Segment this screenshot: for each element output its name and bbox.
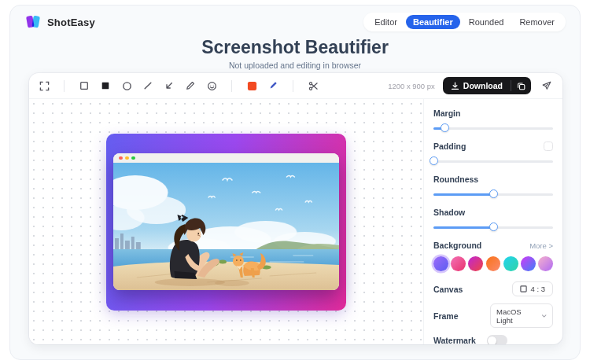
margin-slider[interactable] [433,123,553,133]
window-titlebar [113,153,339,163]
watermark-toggle-knob [488,336,496,345]
bg-swatch-violet-indigo[interactable] [433,256,448,271]
shadow-slider-handle[interactable] [489,222,498,231]
editor-panel: 1200 x 900 px Download [29,73,562,344]
page-subtitle: Not uploaded and editing in browser [10,61,580,70]
bg-swatch-pink-rose[interactable] [451,256,466,271]
toolbar-divider [231,80,232,92]
chevron-down-icon [541,313,547,319]
brand[interactable]: ShotEasy [24,14,95,30]
bg-swatch-cyan-teal[interactable] [503,256,518,271]
share-button[interactable] [539,78,555,94]
frame-label: Frame [433,311,459,321]
nav-item-remover[interactable]: Remover [512,15,562,29]
canvas-size-label: 1200 x 900 px [388,82,435,90]
margin-slider-handle[interactable] [441,123,449,132]
canvas-area[interactable] [29,99,423,344]
shadow-slider[interactable] [433,222,553,232]
bg-swatch-fuchsia-blue[interactable] [521,256,536,271]
background-more-link[interactable]: More > [529,241,553,250]
background-gradient-card[interactable] [106,134,346,311]
hero: Screenshot Beautifier Not uploaded and e… [10,37,580,70]
margin-label: Margin [433,108,553,118]
canvas-ratio-value: 4 : 3 [531,285,546,293]
shadow-label: Shadow [433,208,553,217]
crop-scissors-icon[interactable] [306,79,320,93]
padding-slider[interactable] [433,156,553,166]
watermark-toggle[interactable] [487,335,507,344]
rectangle-tool-icon[interactable] [77,79,91,93]
download-label: Download [463,81,503,90]
canvas-ratio-button[interactable]: 4 : 3 [512,281,554,296]
copy-button[interactable] [511,77,531,94]
canvas-label: Canvas [433,285,463,294]
send-icon [541,80,552,91]
app-container: ShotEasy Editor Beautifier Rounded Remov… [9,5,581,360]
nav-item-beautifier[interactable]: Beautifier [406,15,460,29]
bg-swatch-pastel-pink-purple[interactable] [538,256,553,271]
toolbar-right: 1200 x 900 px Download [388,77,555,94]
copy-icon [517,82,525,90]
brush-icon[interactable] [266,79,280,93]
workarea: Margin Padding Roundness Shadow [29,99,562,344]
line-tool-icon[interactable] [141,79,155,93]
minimize-traffic-light [125,156,129,160]
background-label: Background [433,241,481,250]
padding-slider-handle[interactable] [430,156,438,165]
pen-tool-icon[interactable] [183,79,197,93]
arrow-tool-icon[interactable] [162,79,176,93]
download-button[interactable]: Download [443,77,511,94]
roundness-slider[interactable] [433,189,553,199]
roundness-slider-handle[interactable] [489,189,498,198]
ratio-square-icon [520,285,527,292]
bg-swatch-magenta-red[interactable] [468,256,483,271]
nav-item-rounded[interactable]: Rounded [462,15,511,29]
annotation-color-swatch[interactable] [245,79,259,93]
screenshot-image [113,163,339,290]
main-nav: Editor Beautifier Rounded Remover [363,13,566,31]
shoteasy-logo-icon [24,14,42,30]
macos-window-frame [113,153,339,290]
beach-illustration [113,163,339,290]
bg-swatch-orange-salmon[interactable] [486,256,501,271]
roundness-label: Roundness [433,175,553,184]
download-button-group: Download [443,77,531,94]
padding-label: Padding [433,142,466,151]
filled-rectangle-tool-icon[interactable] [98,79,112,93]
toolbar-divider [293,80,293,92]
zoom-traffic-light [131,156,135,160]
toolbar-divider [64,80,65,92]
frame-select-value: MacOS Light [496,307,537,325]
watermark-label: Watermark [433,336,476,344]
toolbar: 1200 x 900 px Download [29,73,562,99]
brand-name: ShotEasy [47,17,95,28]
emoji-tool-icon[interactable] [205,79,219,93]
ellipse-tool-icon[interactable] [120,79,134,93]
close-traffic-light [119,156,123,160]
frame-select[interactable]: MacOS Light [490,303,553,328]
fullscreen-icon[interactable] [37,79,51,93]
padding-checkbox[interactable] [544,142,553,151]
page-title: Screenshot Beautifier [10,37,580,58]
background-swatches [433,256,553,271]
nav-item-editor[interactable]: Editor [367,15,404,29]
settings-sidebar: Margin Padding Roundness Shadow [423,99,562,344]
download-icon [451,82,459,90]
header: ShotEasy Editor Beautifier Rounded Remov… [10,6,580,33]
